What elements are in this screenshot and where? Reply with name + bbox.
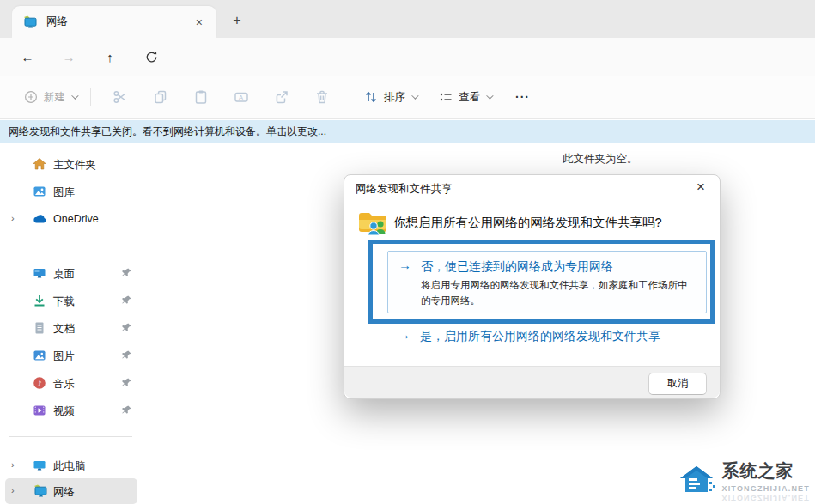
pin-icon xyxy=(121,322,132,333)
arrow-right-icon: → xyxy=(398,327,411,342)
pin-icon xyxy=(121,404,132,416)
command-toolbar: 新建 A xyxy=(0,76,815,119)
option-label: 否，使已连接到的网络成为专用网络 xyxy=(421,259,613,275)
sidebar-item-this-pc[interactable]: › 此电脑 xyxy=(0,452,140,478)
sidebar-item-label: 图片 xyxy=(53,349,75,364)
option-yes-enable-sharing[interactable]: → 是，启用所有公用网络的网络发现和文件共享 xyxy=(387,323,705,352)
pin-icon xyxy=(121,349,132,361)
onedrive-icon xyxy=(33,212,47,226)
tab-bar: 网络 × + xyxy=(0,0,815,38)
arrow-right-icon: → xyxy=(398,258,411,272)
cancel-button[interactable]: 取消 xyxy=(648,373,707,395)
empty-folder-message: 此文件夹为空。 xyxy=(563,152,638,167)
sidebar-item-label: OneDrive xyxy=(53,213,99,225)
videos-icon xyxy=(33,404,46,417)
sidebar-divider xyxy=(9,436,132,437)
dialog-title: 网络发现和文件共享 xyxy=(356,182,453,197)
music-icon: ♪ xyxy=(33,376,46,390)
option-label: 是，启用所有公用网络的网络发现和文件共享 xyxy=(420,329,660,344)
new-button-label: 新建 xyxy=(44,90,65,105)
view-button-label: 查看 xyxy=(459,90,480,105)
plus-circle-icon xyxy=(24,90,38,104)
navigation-bar: ← → ↑ › 网络 xyxy=(0,38,815,76)
pin-icon xyxy=(121,267,132,278)
option-no-private-network[interactable]: → 否，使已连接到的网络成为专用网络 将启用专用网络的网络发现和文件共享，如家庭… xyxy=(387,251,707,313)
sidebar-item-home[interactable]: 主文件夹 xyxy=(0,151,140,177)
chevron-down-icon xyxy=(486,92,493,99)
close-tab-icon[interactable]: × xyxy=(192,15,206,29)
toolbar-divider xyxy=(90,88,91,106)
sidebar-item-pictures[interactable]: 图片 xyxy=(0,343,140,368)
sidebar-divider xyxy=(9,246,132,246)
watermark-reflection: XITONGZHIJIA.NET xyxy=(721,494,810,502)
documents-icon xyxy=(33,321,46,335)
this-pc-icon xyxy=(33,458,46,472)
sidebar-item-music[interactable]: ♪ 音乐 xyxy=(0,370,140,396)
sidebar-item-label: 下载 xyxy=(53,295,75,309)
xitongzhijia-logo-icon xyxy=(677,459,716,497)
watermark-brand: 系统之家 xyxy=(721,459,810,483)
tab-network[interactable]: 网络 × xyxy=(12,6,216,38)
shared-folder-icon xyxy=(357,209,388,240)
up-button[interactable]: ↑ xyxy=(98,46,122,69)
dialog-question: 你想启用所有公用网络的网络发现和文件共享吗? xyxy=(393,215,707,231)
copy-button xyxy=(140,82,180,112)
chevron-down-icon xyxy=(71,92,78,99)
chevron-down-icon xyxy=(411,92,418,99)
pictures-icon xyxy=(33,349,46,362)
navigation-pane: 主文件夹 图库 › OneDrive xyxy=(0,143,140,504)
rename-button: A xyxy=(221,82,261,112)
dialog-close-icon[interactable]: × xyxy=(691,178,710,197)
sidebar-item-desktop[interactable]: 桌面 xyxy=(0,260,140,286)
downloads-icon xyxy=(33,294,46,307)
sidebar-item-label: 音乐 xyxy=(53,377,75,392)
svg-text:♪: ♪ xyxy=(37,380,42,388)
tab-title: 网络 xyxy=(46,15,192,29)
forward-button: → xyxy=(57,46,81,69)
pin-icon xyxy=(121,295,132,306)
sidebar-item-onedrive[interactable]: › OneDrive xyxy=(0,206,140,232)
refresh-button[interactable] xyxy=(139,46,163,69)
home-icon xyxy=(33,157,46,171)
sidebar-item-label: 桌面 xyxy=(53,267,75,282)
expand-chevron-icon[interactable]: › xyxy=(11,213,15,223)
svg-text:A: A xyxy=(239,94,243,101)
sort-arrows-icon xyxy=(364,90,378,104)
expand-chevron-icon[interactable]: › xyxy=(11,485,15,495)
gallery-icon xyxy=(33,185,46,198)
share-button xyxy=(261,82,301,112)
network-discovery-dialog: 网络发现和文件共享 × 你想启用所有公用网络的网络发现和文件共享吗? → 否，使… xyxy=(344,174,721,399)
new-button: 新建 xyxy=(24,90,76,105)
file-explorer-window: 网络 × + ← → ↑ xyxy=(0,0,815,504)
sort-button-label: 排序 xyxy=(384,90,405,105)
option-description: 将启用专用网络的网络发现和文件共享，如家庭和工作场所中的专用网络。 xyxy=(421,278,694,309)
site-watermark: 系统之家 XITONGZHIJIA.NET XITONGZHIJIA.NET xyxy=(677,459,810,502)
view-button[interactable]: 查看 xyxy=(439,90,491,105)
cut-button xyxy=(100,82,140,112)
sidebar-item-label: 文档 xyxy=(53,322,75,337)
sidebar-item-gallery[interactable]: 图库 xyxy=(0,179,140,204)
sidebar-item-label: 此电脑 xyxy=(53,459,86,474)
see-more-button[interactable]: ··· xyxy=(515,90,530,104)
delete-button xyxy=(301,82,342,112)
network-icon xyxy=(22,15,38,29)
desktop-icon xyxy=(33,266,46,280)
view-list-icon xyxy=(439,90,453,104)
pin-icon xyxy=(121,377,132,388)
sort-button[interactable]: 排序 xyxy=(364,90,417,105)
expand-chevron-icon[interactable]: › xyxy=(11,459,15,470)
network-icon xyxy=(33,484,48,498)
sidebar-item-label: 主文件夹 xyxy=(53,158,96,173)
sidebar-item-downloads[interactable]: 下载 xyxy=(0,288,140,313)
dialog-footer: 取消 xyxy=(344,366,720,398)
sidebar-item-label: 图库 xyxy=(53,185,75,200)
new-tab-button[interactable]: + xyxy=(227,10,247,31)
sidebar-item-network[interactable]: › 网络 xyxy=(0,478,140,504)
sidebar-item-label: 网络 xyxy=(53,485,75,500)
sidebar-item-label: 视频 xyxy=(53,404,75,419)
network-discovery-banner[interactable]: 网络发现和文件共享已关闭。看不到网络计算机和设备。单击以更改... xyxy=(0,120,815,143)
back-button[interactable]: ← xyxy=(15,46,40,69)
watermark-site: XITONGZHIJIA.NET xyxy=(721,484,810,493)
sidebar-item-documents[interactable]: 文档 xyxy=(0,315,140,341)
sidebar-item-videos[interactable]: 视频 xyxy=(0,398,140,423)
